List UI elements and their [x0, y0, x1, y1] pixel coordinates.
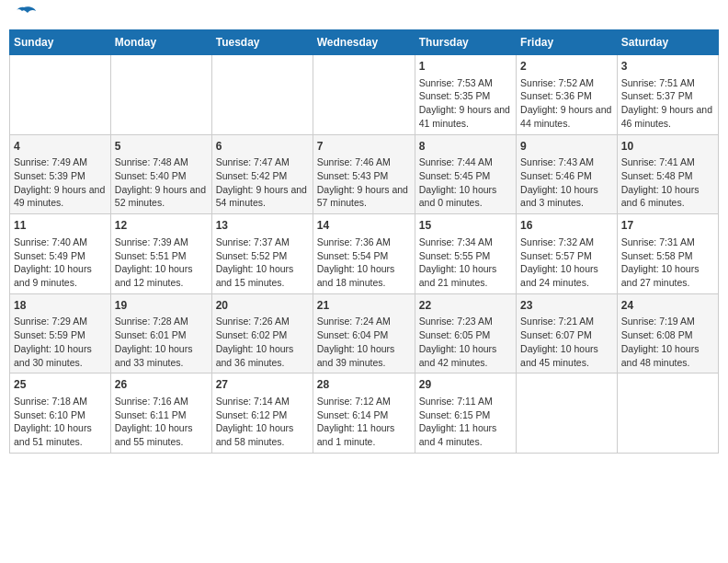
day-number: 3 — [621, 59, 714, 75]
day-number: 13 — [216, 218, 309, 234]
calendar-cell: 5Sunrise: 7:48 AM Sunset: 5:40 PM Daylig… — [110, 134, 211, 214]
logo — [9, 9, 37, 26]
day-number: 11 — [14, 218, 107, 234]
calendar-cell — [617, 373, 718, 454]
calendar-cell: 2Sunrise: 7:52 AM Sunset: 5:36 PM Daylig… — [517, 55, 618, 135]
day-number: 15 — [419, 218, 512, 234]
calendar-cell: 17Sunrise: 7:31 AM Sunset: 5:58 PM Dayli… — [617, 214, 718, 294]
day-of-week-header: Friday — [517, 30, 618, 55]
day-info: Sunrise: 7:34 AM Sunset: 5:55 PM Dayligh… — [419, 236, 512, 290]
calendar-cell: 9Sunrise: 7:43 AM Sunset: 5:46 PM Daylig… — [517, 134, 618, 214]
calendar-cell: 27Sunrise: 7:14 AM Sunset: 6:12 PM Dayli… — [211, 373, 313, 454]
day-info: Sunrise: 7:23 AM Sunset: 6:05 PM Dayligh… — [419, 315, 512, 369]
day-info: Sunrise: 7:53 AM Sunset: 5:35 PM Dayligh… — [419, 76, 512, 131]
day-info: Sunrise: 7:29 AM Sunset: 5:59 PM Dayligh… — [14, 315, 107, 369]
day-info: Sunrise: 7:11 AM Sunset: 6:15 PM Dayligh… — [419, 395, 512, 449]
day-number: 1 — [419, 59, 512, 75]
day-info: Sunrise: 7:26 AM Sunset: 6:02 PM Dayligh… — [216, 315, 309, 369]
day-number: 22 — [419, 298, 512, 314]
calendar-cell: 18Sunrise: 7:29 AM Sunset: 5:59 PM Dayli… — [10, 293, 111, 373]
day-info: Sunrise: 7:12 AM Sunset: 6:14 PM Dayligh… — [317, 395, 411, 449]
calendar-cell: 19Sunrise: 7:28 AM Sunset: 6:01 PM Dayli… — [110, 293, 211, 373]
day-info: Sunrise: 7:41 AM Sunset: 5:48 PM Dayligh… — [621, 155, 714, 210]
day-of-week-header: Thursday — [415, 30, 516, 55]
logo-bird-icon — [11, 6, 37, 26]
day-info: Sunrise: 7:37 AM Sunset: 5:52 PM Dayligh… — [216, 236, 309, 290]
day-number: 6 — [216, 139, 309, 155]
page-header — [9, 9, 719, 26]
calendar-cell: 20Sunrise: 7:26 AM Sunset: 6:02 PM Dayli… — [211, 293, 313, 373]
day-info: Sunrise: 7:51 AM Sunset: 5:37 PM Dayligh… — [621, 76, 714, 131]
day-info: Sunrise: 7:21 AM Sunset: 6:07 PM Dayligh… — [520, 315, 613, 369]
day-of-week-header: Sunday — [10, 30, 111, 55]
day-info: Sunrise: 7:36 AM Sunset: 5:54 PM Dayligh… — [317, 236, 411, 290]
day-number: 2 — [520, 59, 613, 75]
calendar-cell: 7Sunrise: 7:46 AM Sunset: 5:43 PM Daylig… — [313, 134, 415, 214]
day-info: Sunrise: 7:28 AM Sunset: 6:01 PM Dayligh… — [115, 315, 208, 369]
day-number: 20 — [216, 298, 309, 314]
day-number: 27 — [216, 377, 309, 393]
calendar-header-row: SundayMondayTuesdayWednesdayThursdayFrid… — [10, 30, 719, 55]
day-info: Sunrise: 7:44 AM Sunset: 5:45 PM Dayligh… — [419, 155, 512, 210]
calendar-cell: 25Sunrise: 7:18 AM Sunset: 6:10 PM Dayli… — [10, 373, 111, 454]
day-info: Sunrise: 7:40 AM Sunset: 5:49 PM Dayligh… — [14, 236, 107, 290]
calendar-cell: 15Sunrise: 7:34 AM Sunset: 5:55 PM Dayli… — [415, 214, 516, 294]
calendar-cell: 12Sunrise: 7:39 AM Sunset: 5:51 PM Dayli… — [110, 214, 211, 294]
calendar-table: SundayMondayTuesdayWednesdayThursdayFrid… — [9, 29, 719, 454]
day-of-week-header: Monday — [110, 30, 211, 55]
day-info: Sunrise: 7:47 AM Sunset: 5:42 PM Dayligh… — [216, 155, 309, 210]
calendar-cell: 16Sunrise: 7:32 AM Sunset: 5:57 PM Dayli… — [517, 214, 618, 294]
day-number: 29 — [419, 377, 512, 393]
day-info: Sunrise: 7:43 AM Sunset: 5:46 PM Dayligh… — [520, 155, 613, 210]
day-number: 24 — [621, 298, 714, 314]
day-info: Sunrise: 7:49 AM Sunset: 5:39 PM Dayligh… — [14, 155, 107, 210]
day-info: Sunrise: 7:52 AM Sunset: 5:36 PM Dayligh… — [520, 76, 613, 131]
calendar-cell: 3Sunrise: 7:51 AM Sunset: 5:37 PM Daylig… — [617, 55, 718, 135]
day-number: 17 — [621, 218, 714, 234]
day-info: Sunrise: 7:46 AM Sunset: 5:43 PM Dayligh… — [317, 155, 411, 210]
day-number: 23 — [520, 298, 613, 314]
calendar-cell: 29Sunrise: 7:11 AM Sunset: 6:15 PM Dayli… — [415, 373, 516, 454]
calendar-cell: 26Sunrise: 7:16 AM Sunset: 6:11 PM Dayli… — [110, 373, 211, 454]
day-number: 25 — [14, 377, 107, 393]
day-info: Sunrise: 7:39 AM Sunset: 5:51 PM Dayligh… — [115, 236, 208, 290]
calendar-week-row: 25Sunrise: 7:18 AM Sunset: 6:10 PM Dayli… — [10, 373, 719, 454]
calendar-cell: 8Sunrise: 7:44 AM Sunset: 5:45 PM Daylig… — [415, 134, 516, 214]
day-number: 8 — [419, 139, 512, 155]
logo-text — [9, 13, 37, 26]
calendar-cell: 28Sunrise: 7:12 AM Sunset: 6:14 PM Dayli… — [313, 373, 415, 454]
calendar-cell — [10, 55, 111, 135]
calendar-week-row: 18Sunrise: 7:29 AM Sunset: 5:59 PM Dayli… — [10, 293, 719, 373]
day-number: 10 — [621, 139, 714, 155]
day-info: Sunrise: 7:32 AM Sunset: 5:57 PM Dayligh… — [520, 236, 613, 290]
calendar-cell: 22Sunrise: 7:23 AM Sunset: 6:05 PM Dayli… — [415, 293, 516, 373]
day-info: Sunrise: 7:16 AM Sunset: 6:11 PM Dayligh… — [115, 395, 208, 449]
day-number: 21 — [317, 298, 411, 314]
calendar-week-row: 11Sunrise: 7:40 AM Sunset: 5:49 PM Dayli… — [10, 214, 719, 294]
calendar-cell — [211, 55, 313, 135]
day-number: 19 — [115, 298, 208, 314]
day-info: Sunrise: 7:48 AM Sunset: 5:40 PM Dayligh… — [115, 155, 208, 210]
day-of-week-header: Wednesday — [313, 30, 415, 55]
calendar-cell: 13Sunrise: 7:37 AM Sunset: 5:52 PM Dayli… — [211, 214, 313, 294]
calendar-cell — [517, 373, 618, 454]
day-of-week-header: Saturday — [617, 30, 718, 55]
day-number: 28 — [317, 377, 411, 393]
calendar-cell: 23Sunrise: 7:21 AM Sunset: 6:07 PM Dayli… — [517, 293, 618, 373]
day-number: 26 — [115, 377, 208, 393]
day-number: 7 — [317, 139, 411, 155]
calendar-cell: 24Sunrise: 7:19 AM Sunset: 6:08 PM Dayli… — [617, 293, 718, 373]
calendar-cell — [110, 55, 211, 135]
day-number: 4 — [14, 139, 107, 155]
calendar-cell: 1Sunrise: 7:53 AM Sunset: 5:35 PM Daylig… — [415, 55, 516, 135]
day-info: Sunrise: 7:14 AM Sunset: 6:12 PM Dayligh… — [216, 395, 309, 449]
calendar-body: 1Sunrise: 7:53 AM Sunset: 5:35 PM Daylig… — [10, 55, 719, 454]
calendar-week-row: 4Sunrise: 7:49 AM Sunset: 5:39 PM Daylig… — [10, 134, 719, 214]
calendar-cell: 10Sunrise: 7:41 AM Sunset: 5:48 PM Dayli… — [617, 134, 718, 214]
day-number: 14 — [317, 218, 411, 234]
calendar-cell: 6Sunrise: 7:47 AM Sunset: 5:42 PM Daylig… — [211, 134, 313, 214]
day-info: Sunrise: 7:24 AM Sunset: 6:04 PM Dayligh… — [317, 315, 411, 369]
calendar-cell: 4Sunrise: 7:49 AM Sunset: 5:39 PM Daylig… — [10, 134, 111, 214]
day-number: 18 — [14, 298, 107, 314]
calendar-cell: 21Sunrise: 7:24 AM Sunset: 6:04 PM Dayli… — [313, 293, 415, 373]
